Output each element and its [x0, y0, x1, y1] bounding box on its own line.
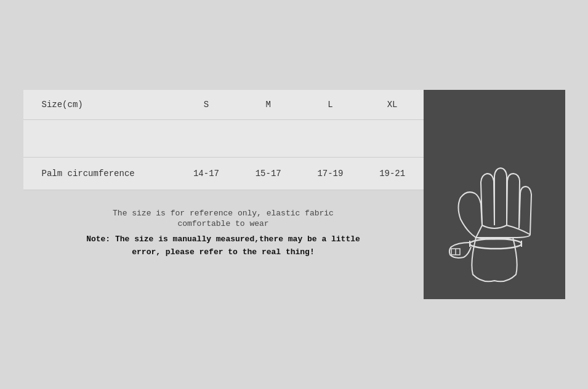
header-s: S: [175, 90, 238, 120]
row-s: 14-17: [175, 158, 238, 190]
table-header-row: Size(cm) S M L XL: [23, 90, 424, 120]
empty-label: [23, 120, 175, 158]
hand-illustration: [433, 102, 556, 287]
note-bold-line1: Note: The size is manually measured,ther…: [86, 235, 360, 244]
main-content: Size(cm) S M L XL: [23, 90, 565, 299]
row-label: Palm circumference: [23, 158, 175, 190]
header-m: M: [237, 90, 299, 120]
note-line1: The size is for reference only, elastic …: [42, 209, 405, 218]
header-l: L: [299, 90, 361, 120]
table-row: Palm circumference 14-17 15-17 17-19 19-…: [23, 158, 424, 190]
empty-xl: [361, 120, 424, 158]
notes-section: The size is for reference only, elastic …: [23, 190, 424, 271]
header-size: Size(cm): [23, 90, 175, 120]
row-l: 17-19: [299, 158, 361, 190]
empty-row: [23, 120, 424, 158]
page-container: Size(cm) S M L XL: [0, 0, 588, 389]
row-xl: 19-21: [361, 158, 424, 190]
note-bold-line2: error, please refer to the real thing!: [132, 247, 314, 257]
note-bold: Note: The size is manually measured,ther…: [42, 233, 405, 259]
image-panel: [424, 90, 565, 299]
empty-m: [237, 120, 299, 158]
empty-l: [299, 120, 361, 158]
note-line2: comfortable to wear: [42, 219, 405, 228]
size-table: Size(cm) S M L XL: [23, 90, 424, 190]
row-m: 15-17: [237, 158, 299, 190]
header-xl: XL: [361, 90, 424, 120]
empty-s: [175, 120, 238, 158]
left-section: Size(cm) S M L XL: [23, 90, 424, 299]
